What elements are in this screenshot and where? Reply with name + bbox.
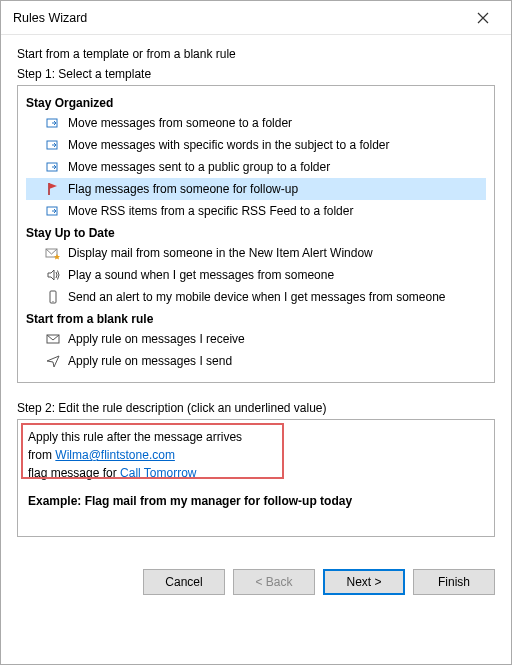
rule-mobile-alert[interactable]: Send an alert to my mobile device when I…	[26, 286, 486, 308]
rule-move-from-someone[interactable]: Move messages from someone to a folder	[26, 112, 486, 134]
rule-move-public-group[interactable]: Move messages sent to a public group to …	[26, 156, 486, 178]
rule-apply-receive[interactable]: Apply rule on messages I receive	[26, 328, 486, 350]
back-button[interactable]: < Back	[233, 569, 315, 595]
organized-list: Move messages from someone to a folder M…	[26, 112, 486, 222]
rule-label: Apply rule on messages I receive	[68, 330, 245, 348]
rule-play-sound[interactable]: Play a sound when I get messages from so…	[26, 264, 486, 286]
rule-label: Apply rule on messages I send	[68, 352, 232, 370]
example-text: Example: Flag mail from my manager for f…	[28, 494, 484, 508]
close-button[interactable]	[463, 2, 503, 34]
footer-buttons: Cancel < Back Next > Finish	[1, 557, 511, 611]
section-blank-head: Start from a blank rule	[26, 312, 486, 326]
section-uptodate-head: Stay Up to Date	[26, 226, 486, 240]
move-folder-icon	[44, 203, 62, 219]
rule-move-words-subject[interactable]: Move messages with specific words in the…	[26, 134, 486, 156]
section-organized-head: Stay Organized	[26, 96, 486, 110]
rule-label: Move RSS items from a specific RSS Feed …	[68, 202, 353, 220]
rule-apply-send[interactable]: Apply rule on messages I send	[26, 350, 486, 372]
cancel-button[interactable]: Cancel	[143, 569, 225, 595]
move-folder-icon	[44, 137, 62, 153]
window-title: Rules Wizard	[13, 11, 87, 25]
desc-line1: Apply this rule after the message arrive…	[28, 428, 484, 446]
desc-line3-prefix: flag message for	[28, 466, 120, 480]
envelope-star-icon	[44, 245, 62, 261]
step2-label: Step 2: Edit the rule description (click…	[17, 401, 495, 415]
rule-label: Display mail from someone in the New Ite…	[68, 244, 373, 262]
intro-text: Start from a template or from a blank ru…	[17, 47, 495, 61]
rule-label: Move messages from someone to a folder	[68, 114, 292, 132]
desc-line2-prefix: from	[28, 448, 55, 462]
rule-label: Play a sound when I get messages from so…	[68, 266, 334, 284]
blank-list: Apply rule on messages I receive Apply r…	[26, 328, 486, 372]
mobile-icon	[44, 289, 62, 305]
rule-label: Send an alert to my mobile device when I…	[68, 288, 446, 306]
rule-label: Move messages with specific words in the…	[68, 136, 389, 154]
step1-label: Step 1: Select a template	[17, 67, 495, 81]
rule-label: Flag messages from someone for follow-up	[68, 180, 298, 198]
dialog-content: Start from a template or from a blank ru…	[1, 35, 511, 547]
flag-icon	[44, 181, 62, 197]
flag-link[interactable]: Call Tomorrow	[120, 466, 196, 480]
rule-flag-followup[interactable]: Flag messages from someone for follow-up	[26, 178, 486, 200]
desc-line3: flag message for Call Tomorrow	[28, 464, 484, 482]
svg-point-6	[52, 301, 53, 302]
move-folder-icon	[44, 159, 62, 175]
description-box: Apply this rule after the message arrive…	[17, 419, 495, 537]
template-box: Stay Organized Move messages from someon…	[17, 85, 495, 383]
send-icon	[44, 353, 62, 369]
rule-label: Move messages sent to a public group to …	[68, 158, 330, 176]
move-folder-icon	[44, 115, 62, 131]
sound-icon	[44, 267, 62, 283]
desc-line2: from Wilma@flintstone.com	[28, 446, 484, 464]
titlebar: Rules Wizard	[1, 1, 511, 35]
finish-button[interactable]: Finish	[413, 569, 495, 595]
from-link[interactable]: Wilma@flintstone.com	[55, 448, 175, 462]
uptodate-list: Display mail from someone in the New Ite…	[26, 242, 486, 308]
envelope-icon	[44, 331, 62, 347]
next-button[interactable]: Next >	[323, 569, 405, 595]
rule-move-rss[interactable]: Move RSS items from a specific RSS Feed …	[26, 200, 486, 222]
rule-display-alert[interactable]: Display mail from someone in the New Ite…	[26, 242, 486, 264]
